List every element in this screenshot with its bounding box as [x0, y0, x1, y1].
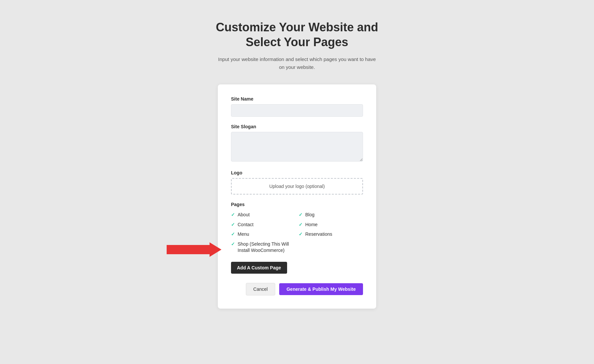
site-slogan-label: Site Slogan [231, 124, 363, 129]
check-icon-about: ✓ [231, 212, 235, 217]
logo-upload-text: Upload your logo (optional) [269, 184, 325, 189]
generate-publish-button[interactable]: Generate & Publish My Website [279, 283, 363, 295]
cancel-button[interactable]: Cancel [246, 283, 276, 295]
page-item-reservations[interactable]: ✓ Reservations [299, 231, 363, 238]
page-item-shop[interactable]: ✓ Shop (Selecting This Will Install WooC… [231, 241, 295, 254]
pages-grid: ✓ About ✓ Blog ✓ Contact ✓ Home [231, 212, 363, 254]
site-slogan-field-group: Site Slogan [231, 124, 363, 163]
check-icon-shop: ✓ [231, 241, 235, 247]
page-subtitle: Input your website information and selec… [218, 55, 376, 71]
page-label-reservations: Reservations [305, 231, 332, 238]
page-label-home: Home [305, 222, 317, 228]
logo-upload-area[interactable]: Upload your logo (optional) [231, 178, 363, 195]
page-item-menu[interactable]: ✓ Menu [231, 231, 295, 238]
logo-field-group: Logo Upload your logo (optional) [231, 170, 363, 195]
page-title: Customize Your Website and Select Your P… [216, 20, 378, 49]
site-name-field-group: Site Name [231, 96, 363, 117]
check-icon-blog: ✓ [299, 212, 303, 217]
main-card: Site Name Site Slogan Logo Upload your l… [218, 84, 376, 309]
site-slogan-input[interactable] [231, 132, 363, 162]
page-label-menu: Menu [238, 231, 249, 238]
footer-actions: Cancel Generate & Publish My Website [231, 283, 363, 295]
add-custom-page-button[interactable]: Add A Custom Page [231, 262, 287, 274]
check-icon-reservations: ✓ [299, 231, 303, 237]
red-arrow [167, 242, 221, 257]
page-item-contact[interactable]: ✓ Contact [231, 222, 295, 228]
pages-label: Pages [231, 202, 363, 207]
page-item-blog[interactable]: ✓ Blog [299, 212, 363, 218]
page-item-about[interactable]: ✓ About [231, 212, 295, 218]
check-icon-contact: ✓ [231, 222, 235, 227]
page-wrapper: Customize Your Website and Select Your P… [0, 0, 594, 364]
page-label-about: About [238, 212, 250, 218]
site-name-input[interactable] [231, 104, 363, 117]
page-item-home[interactable]: ✓ Home [299, 222, 363, 228]
check-icon-home: ✓ [299, 222, 303, 227]
page-label-contact: Contact [238, 222, 253, 228]
site-name-label: Site Name [231, 96, 363, 102]
pages-section: Pages ✓ About ✓ Blog ✓ Contact [231, 202, 363, 254]
page-label-shop: Shop (Selecting This Will Install WooCom… [238, 241, 295, 254]
check-icon-menu: ✓ [231, 231, 235, 237]
page-label-blog: Blog [305, 212, 314, 218]
logo-label: Logo [231, 170, 363, 175]
